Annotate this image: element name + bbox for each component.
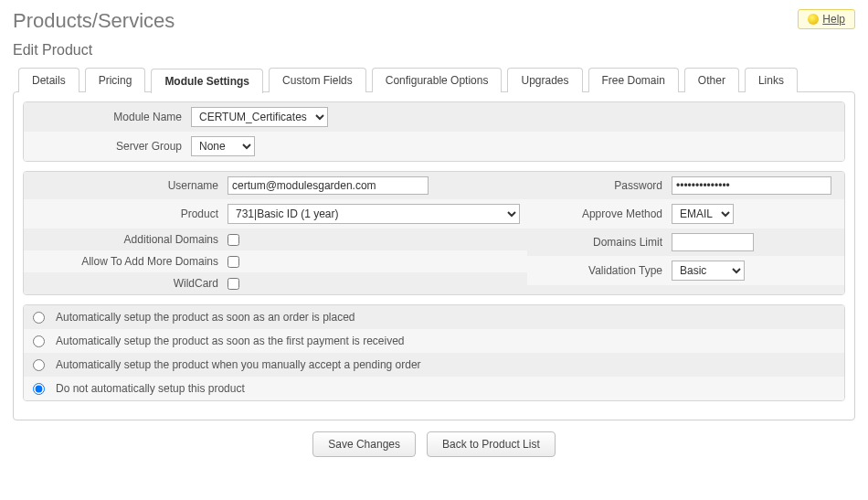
tab-configurable-options[interactable]: Configurable Options bbox=[372, 68, 503, 92]
autosetup-radio-order[interactable] bbox=[33, 312, 45, 324]
tab-custom-fields[interactable]: Custom Fields bbox=[269, 68, 366, 92]
autosetup-label-order: Automatically setup the product as soon … bbox=[56, 311, 355, 324]
autosetup-option-payment[interactable]: Automatically setup the product as soon … bbox=[24, 329, 844, 353]
autosetup-radio-payment[interactable] bbox=[33, 335, 45, 347]
validation-type-label: Validation Type bbox=[535, 264, 672, 277]
domains-limit-input[interactable] bbox=[672, 233, 754, 251]
password-input[interactable] bbox=[672, 176, 831, 195]
help-label: Help bbox=[822, 13, 845, 26]
domains-limit-label: Domains Limit bbox=[535, 236, 672, 249]
approve-method-label: Approve Method bbox=[535, 207, 672, 220]
fields-box: Username Product 731|Basic ID (1 year) A… bbox=[23, 171, 845, 295]
autosetup-radio-none[interactable] bbox=[33, 383, 45, 395]
product-select[interactable]: 731|Basic ID (1 year) bbox=[228, 204, 520, 224]
username-input[interactable] bbox=[228, 176, 429, 195]
save-button[interactable]: Save Changes bbox=[312, 431, 416, 457]
autosetup-radio-manual[interactable] bbox=[33, 359, 45, 371]
autosetup-label-manual: Automatically setup the product when you… bbox=[56, 358, 421, 371]
help-link[interactable]: Help bbox=[798, 9, 855, 29]
autosetup-label-none: Do not automatically setup this product bbox=[56, 382, 245, 395]
tab-pricing[interactable]: Pricing bbox=[85, 68, 146, 92]
server-group-label: Server Group bbox=[31, 140, 191, 153]
approve-method-select[interactable]: EMAIL bbox=[672, 204, 734, 224]
additional-domains-label: Additional Domains bbox=[31, 233, 228, 246]
product-label: Product bbox=[31, 207, 228, 220]
module-box: Module Name CERTUM_Certificates Server G… bbox=[23, 101, 845, 162]
tab-other[interactable]: Other bbox=[684, 68, 739, 92]
additional-domains-checkbox[interactable] bbox=[228, 234, 239, 246]
password-label: Password bbox=[535, 179, 672, 192]
tab-free-domain[interactable]: Free Domain bbox=[588, 68, 679, 92]
lightbulb-icon bbox=[808, 14, 819, 25]
validation-type-select[interactable]: Basic bbox=[672, 261, 745, 281]
module-settings-panel: Module Name CERTUM_Certificates Server G… bbox=[13, 91, 855, 420]
tabs-bar: Details Pricing Module Settings Custom F… bbox=[13, 68, 855, 92]
username-label: Username bbox=[31, 179, 228, 192]
autosetup-box: Automatically setup the product as soon … bbox=[23, 304, 845, 401]
wildcard-label: WildCard bbox=[31, 277, 228, 290]
tab-module-settings[interactable]: Module Settings bbox=[151, 69, 263, 93]
allow-more-domains-checkbox[interactable] bbox=[228, 256, 239, 268]
autosetup-option-manual[interactable]: Automatically setup the product when you… bbox=[24, 353, 844, 377]
allow-more-domains-label: Allow To Add More Domains bbox=[31, 255, 228, 268]
page-subtitle: Edit Product bbox=[13, 42, 855, 59]
autosetup-option-none[interactable]: Do not automatically setup this product bbox=[24, 377, 844, 400]
page-title: Products/Services bbox=[13, 9, 175, 33]
module-name-select[interactable]: CERTUM_Certificates bbox=[191, 107, 328, 127]
module-name-label: Module Name bbox=[31, 111, 191, 123]
footer-buttons: Save Changes Back to Product List bbox=[13, 431, 855, 457]
tab-upgrades[interactable]: Upgrades bbox=[507, 68, 582, 92]
tab-links[interactable]: Links bbox=[745, 68, 798, 92]
tab-details[interactable]: Details bbox=[18, 68, 79, 92]
wildcard-checkbox[interactable] bbox=[228, 278, 239, 290]
server-group-select[interactable]: None bbox=[191, 136, 255, 156]
autosetup-option-order[interactable]: Automatically setup the product as soon … bbox=[24, 305, 844, 329]
autosetup-label-payment: Automatically setup the product as soon … bbox=[56, 335, 405, 347]
back-button[interactable]: Back to Product List bbox=[427, 431, 556, 457]
